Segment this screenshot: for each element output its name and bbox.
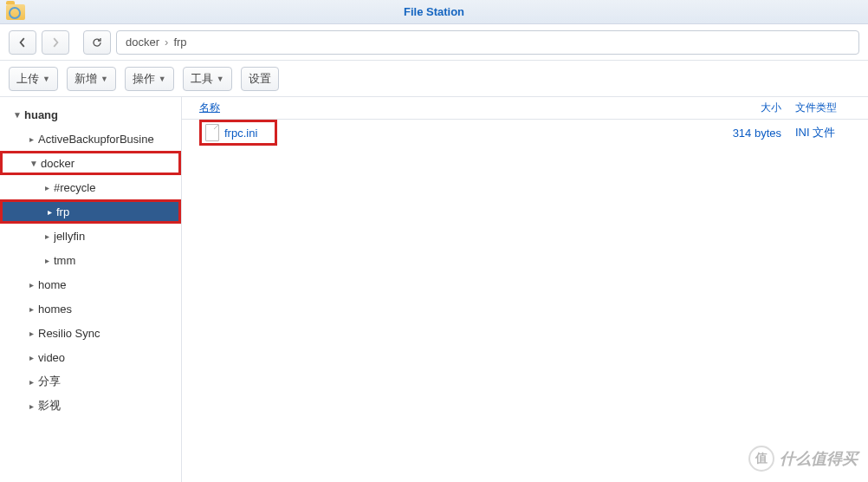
refresh-button[interactable] — [83, 30, 111, 55]
file-name: frpc.ini — [224, 127, 257, 140]
tree-item-label: 分享 — [38, 374, 61, 389]
list-header: 名称 大小 文件类型 — [182, 97, 868, 120]
tree-item--[interactable]: ▸影视 — [0, 394, 181, 418]
chevron-down-icon: ▼ — [42, 75, 50, 83]
tree-item-label: ActiveBackupforBusine — [38, 133, 154, 146]
file-size: 314 bytes — [703, 127, 790, 140]
triangle-right-icon: ▸ — [26, 377, 36, 387]
tree-item--recycle[interactable]: ▸#recycle — [0, 175, 181, 199]
tree-item-label: tmm — [54, 254, 75, 267]
triangle-right-icon: ▸ — [26, 304, 36, 314]
breadcrumb-separator: › — [165, 36, 168, 49]
new-button[interactable]: 新增 ▼ — [67, 67, 116, 91]
tree-item-label: home — [38, 278, 67, 291]
tree-item-label: video — [38, 351, 65, 364]
triangle-right-icon: ▸ — [26, 401, 36, 411]
triangle-right-icon: ▸ — [42, 231, 52, 241]
tree-root[interactable]: ▼ huang — [0, 102, 181, 127]
file-entry[interactable]: frpc.ini — [199, 120, 277, 146]
list-body: frpc.ini314 bytesINI 文件 — [182, 120, 868, 482]
app-icon-wrap — [0, 4, 31, 20]
tree-item-homes[interactable]: ▸homes — [0, 296, 181, 321]
chevron-right-icon — [50, 37, 61, 48]
watermark-text: 什么值得买 — [780, 448, 858, 469]
file-row[interactable]: frpc.ini314 bytesINI 文件 — [182, 120, 868, 146]
triangle-right-icon: ▸ — [26, 280, 36, 290]
file-type: INI 文件 — [790, 125, 868, 140]
watermark-badge: 值 — [748, 446, 774, 472]
tree-item-activebackupforbusine[interactable]: ▸ActiveBackupforBusine — [0, 127, 181, 151]
back-button[interactable] — [9, 30, 36, 55]
tree-item-video[interactable]: ▸video — [0, 345, 181, 369]
chevron-down-icon: ▼ — [217, 75, 224, 83]
triangle-down-icon: ▼ — [12, 110, 23, 120]
watermark: 值 什么值得买 — [748, 446, 858, 472]
column-name[interactable]: 名称 — [182, 101, 703, 115]
breadcrumb-part[interactable]: docker — [126, 36, 159, 49]
tree-item-label: frp — [56, 205, 69, 218]
triangle-down-icon: ▼ — [29, 159, 39, 168]
tree-item-resilio-sync[interactable]: ▸Resilio Sync — [0, 321, 181, 345]
triangle-right-icon: ▸ — [42, 183, 52, 192]
tree-item-docker[interactable]: ▼docker — [0, 151, 181, 175]
action-toolbar: 上传 ▼ 新增 ▼ 操作 ▼ 工具 ▼ 设置 — [0, 61, 868, 97]
upload-button[interactable]: 上传 ▼ — [9, 67, 58, 91]
titlebar: File Station — [0, 0, 868, 24]
main-area: ▼ huang ▸ActiveBackupforBusine▼docker▸#r… — [0, 97, 868, 482]
tree-item-frp[interactable]: ▸frp — [0, 199, 181, 224]
tree-item-label: Resilio Sync — [38, 327, 100, 340]
file-icon — [205, 124, 219, 141]
file-list-panel: 名称 大小 文件类型 frpc.ini314 bytesINI 文件 — [182, 97, 868, 482]
breadcrumb-part[interactable]: frp — [173, 36, 186, 49]
tree-item-label: docker — [41, 157, 74, 170]
chevron-left-icon — [17, 37, 28, 48]
refresh-icon — [92, 37, 102, 48]
triangle-right-icon: ▸ — [26, 134, 36, 144]
column-size[interactable]: 大小 — [703, 101, 790, 115]
tree-item--[interactable]: ▸分享 — [0, 369, 181, 394]
triangle-right-icon: ▸ — [44, 207, 55, 217]
tree-item-label: #recycle — [54, 181, 95, 194]
chevron-down-icon: ▼ — [159, 75, 166, 83]
app-folder-icon — [6, 4, 25, 20]
tool-button[interactable]: 工具 ▼ — [183, 67, 232, 91]
tree-item-label: jellyfin — [54, 230, 85, 243]
chevron-down-icon: ▼ — [100, 75, 108, 83]
action-button[interactable]: 操作 ▼ — [125, 67, 174, 91]
tree-item-home[interactable]: ▸home — [0, 272, 181, 296]
column-type[interactable]: 文件类型 — [790, 101, 868, 115]
settings-button[interactable]: 设置 — [241, 67, 279, 91]
triangle-right-icon: ▸ — [26, 329, 36, 338]
tree-item-tmm[interactable]: ▸tmm — [0, 248, 181, 272]
folder-tree: ▼ huang ▸ActiveBackupforBusine▼docker▸#r… — [0, 97, 182, 482]
tree-item-label: 影视 — [38, 398, 61, 414]
triangle-right-icon: ▸ — [26, 353, 36, 362]
forward-button[interactable] — [42, 30, 69, 55]
breadcrumb-path[interactable]: docker › frp — [116, 30, 859, 55]
tree-item-label: homes — [38, 303, 72, 316]
tree-item-jellyfin[interactable]: ▸jellyfin — [0, 224, 181, 248]
app-title: File Station — [31, 5, 837, 18]
navigation-toolbar: docker › frp — [0, 24, 868, 61]
triangle-right-icon: ▸ — [42, 256, 52, 265]
